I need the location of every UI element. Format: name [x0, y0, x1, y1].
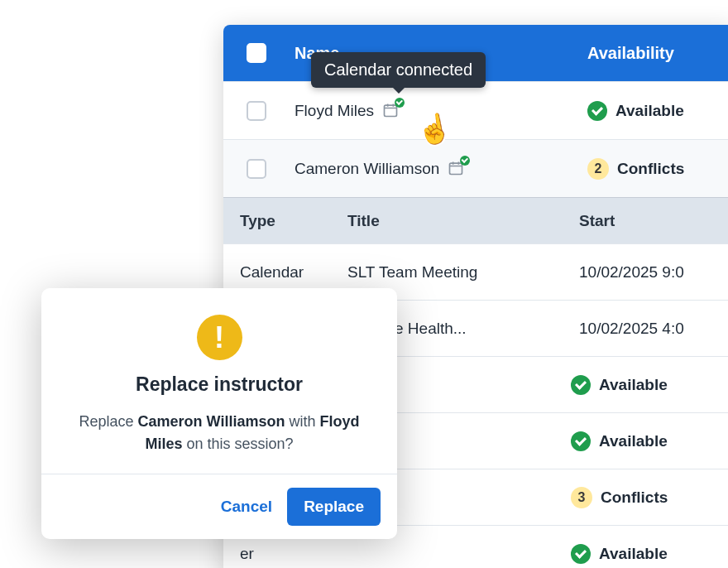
calendar-connected-icon	[382, 102, 400, 120]
cancel-button[interactable]: Cancel	[221, 498, 272, 516]
replace-button[interactable]: Replace	[287, 488, 381, 526]
available-icon	[571, 431, 591, 451]
col-start: Start	[579, 212, 728, 230]
conflict-count-badge: 3	[571, 487, 592, 508]
header-checkbox-cell	[223, 43, 290, 63]
detail-start: 10/02/2025 9:0	[579, 263, 728, 282]
modal-name-from: Cameron Williamson	[138, 413, 285, 430]
tooltip-calendar-connected: Calendar connected	[311, 52, 486, 88]
availability-label: Conflicts	[617, 160, 684, 178]
detail-type: Calendar	[223, 263, 347, 282]
available-icon	[587, 101, 607, 121]
col-type: Type	[223, 212, 347, 230]
modal-heading: Replace instructor	[68, 373, 371, 396]
availability-label: Available	[615, 102, 684, 120]
conflict-count-badge: 2	[587, 158, 609, 180]
instructor-name: Cameron Williamson	[295, 160, 439, 178]
sub-header: Type Title Start	[223, 197, 728, 243]
availability-label: Conflicts	[601, 489, 668, 507]
col-title: Title	[347, 212, 579, 230]
availability-label: Available	[599, 545, 668, 563]
warning-icon: !	[197, 315, 242, 360]
detail-title: SLT Team Meeting	[347, 263, 579, 282]
row-checkbox[interactable]	[247, 159, 266, 179]
table-row[interactable]: Floyd Miles Available	[223, 81, 728, 139]
available-icon	[571, 544, 591, 564]
available-icon	[571, 375, 591, 395]
row-checkbox[interactable]	[247, 101, 266, 121]
header-availability: Availability	[587, 44, 728, 63]
select-all-checkbox[interactable]	[247, 43, 266, 63]
table-row[interactable]: Cameron Williamson 2 Conflicts	[223, 139, 728, 197]
instructor-name-suffix: er	[240, 545, 254, 563]
svg-rect-0	[385, 105, 397, 116]
detail-start: 10/02/2025 4:0	[579, 320, 728, 338]
modal-text: Replace Cameron Williamson with Floyd Mi…	[68, 411, 371, 455]
calendar-connected-icon	[448, 160, 466, 178]
availability-label: Available	[599, 432, 668, 450]
instructor-name: Floyd Miles	[295, 102, 374, 120]
svg-rect-1	[450, 163, 462, 174]
replace-instructor-modal: ! Replace instructor Replace Cameron Wil…	[41, 288, 397, 539]
availability-label: Available	[599, 376, 668, 394]
